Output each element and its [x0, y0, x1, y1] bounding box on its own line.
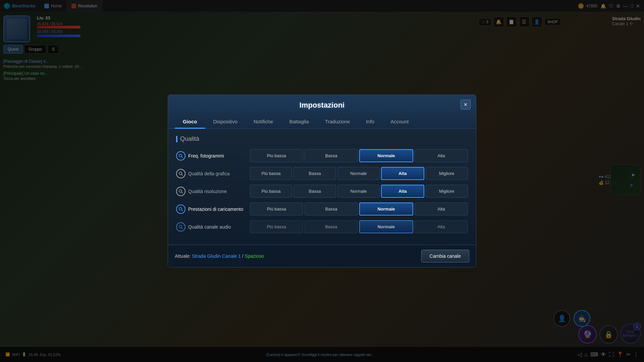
prestazioni-label: Prestazioni di caricamento [176, 204, 250, 214]
attuale-status: Spazioso [245, 253, 264, 259]
modal-close-button[interactable]: × [461, 100, 471, 110]
grafica-opt-1[interactable]: Bassa [293, 167, 336, 180]
grafica-opt-3[interactable]: Alta [381, 167, 424, 180]
risoluzione-opt-2[interactable]: Normale [337, 185, 380, 198]
tab-traduzione[interactable]: Traduzione [317, 115, 358, 129]
tab-battaglia[interactable]: Battaglia [281, 115, 317, 129]
modal-bottom-bar: Attuale: Strada Gludin Canale 1 / Spazio… [168, 245, 476, 267]
audio-opt-2[interactable]: Normale [359, 220, 413, 233]
svg-line-1 [181, 157, 183, 158]
svg-point-0 [179, 154, 182, 157]
audio-options: Più bassa Bassa Normale Alta [250, 220, 468, 233]
svg-line-9 [181, 228, 183, 229]
attuale-info: Attuale: Strada Gludin Canale 1 / Spazio… [175, 253, 264, 259]
freq-icon [176, 151, 185, 161]
setting-row-freq: Freq. fotogrammi Più bassa Bassa Normale… [176, 149, 468, 162]
audio-label: Qualità canale audio [176, 222, 250, 232]
attuale-separator: / [242, 253, 244, 259]
tab-account[interactable]: Account [382, 115, 417, 129]
svg-line-3 [181, 174, 183, 176]
modal-title: Impostazioni [175, 101, 469, 110]
grafica-opt-0[interactable]: Più bassa [250, 167, 292, 180]
risoluzione-opt-3[interactable]: Alta [381, 185, 424, 198]
prestazioni-icon [176, 204, 185, 214]
audio-opt-3[interactable]: Alta [415, 220, 468, 233]
grafica-icon [176, 169, 185, 178]
audio-opt-0[interactable]: Più bassa [250, 220, 303, 233]
risoluzione-opt-1[interactable]: Bassa [293, 185, 336, 198]
risoluzione-opt-4[interactable]: Migliore [426, 185, 468, 198]
modal-header: Impostazioni × Gioco Dispositivo Notific… [168, 95, 476, 129]
grafica-opt-2[interactable]: Normale [337, 167, 380, 180]
prestazioni-opt-3[interactable]: Alta [415, 202, 468, 216]
cambia-canale-button[interactable]: Cambia canale [421, 250, 469, 262]
attuale-prefix: Attuale: [175, 253, 191, 259]
grafica-label: Qualità della grafica [176, 169, 250, 178]
tab-dispositivo[interactable]: Dispositivo [205, 115, 246, 129]
freq-opt-0[interactable]: Più bassa [250, 149, 303, 162]
freq-opt-1[interactable]: Bassa [305, 149, 358, 162]
freq-label: Freq. fotogrammi [176, 151, 250, 161]
risoluzione-label: Qualità risoluzione [176, 187, 250, 196]
attuale-location: Strada Gludin Canale 1 [192, 253, 241, 259]
freq-opt-2[interactable]: Normale [359, 149, 413, 162]
modal-tabs: Gioco Dispositivo Notifiche Battaglia Tr… [175, 115, 469, 128]
prestazioni-opt-1[interactable]: Bassa [305, 202, 358, 216]
setting-row-grafica: Qualità della grafica Più bassa Bassa No… [176, 167, 468, 180]
risoluzione-icon [176, 187, 185, 196]
tab-notifiche[interactable]: Notifiche [246, 115, 281, 129]
setting-row-audio: Qualità canale audio Più bassa Bassa Nor… [176, 220, 468, 233]
risoluzione-options: Più bassa Bassa Normale Alta Migliore [250, 185, 468, 198]
freq-opt-3[interactable]: Alta [415, 149, 468, 162]
audio-opt-1[interactable]: Bassa [305, 220, 358, 233]
svg-line-5 [181, 192, 183, 193]
risoluzione-opt-0[interactable]: Più bassa [250, 185, 292, 198]
setting-row-prestazioni: Prestazioni di caricamento Più bassa Bas… [176, 202, 468, 216]
settings-modal: Impostazioni × Gioco Dispositivo Notific… [168, 95, 476, 267]
setting-row-risoluzione: Qualità risoluzione Più bassa Bassa Norm… [176, 185, 468, 198]
prestazioni-options: Più bassa Bassa Normale Alta [250, 202, 468, 216]
grafica-options: Più bassa Bassa Normale Alta Migliore [250, 167, 468, 180]
tab-info[interactable]: Info [358, 115, 382, 129]
audio-icon [176, 222, 185, 232]
svg-point-2 [179, 172, 182, 175]
prestazioni-opt-0[interactable]: Più bassa [250, 202, 303, 216]
grafica-opt-4[interactable]: Migliore [426, 167, 468, 180]
section-title-qualita: Qualità [176, 135, 468, 142]
svg-point-4 [179, 190, 182, 192]
freq-options: Più bassa Bassa Normale Alta [250, 149, 468, 162]
svg-line-7 [181, 210, 183, 211]
svg-point-6 [179, 207, 182, 210]
modal-body: Qualità Freq. fotogrammi Più bassa Bassa… [168, 129, 476, 245]
tab-gioco[interactable]: Gioco [175, 115, 205, 129]
prestazioni-opt-2[interactable]: Normale [359, 202, 413, 216]
svg-point-8 [179, 225, 182, 228]
